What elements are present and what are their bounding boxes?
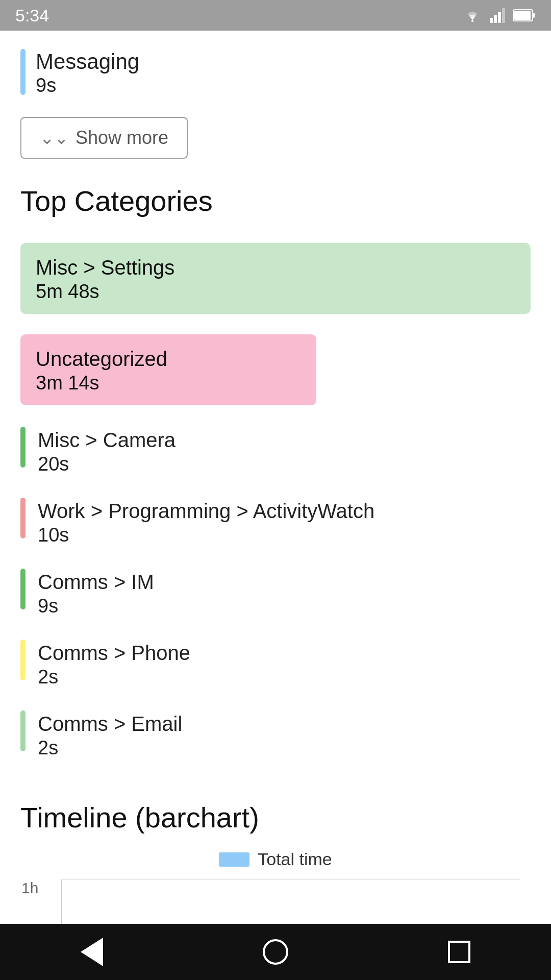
- signal-icon: [490, 8, 506, 23]
- categories-list: Misc > Settings 5m 48s Uncategorized 3m …: [20, 233, 531, 770]
- category-name: Comms > IM: [38, 569, 154, 595]
- list-item: Misc > Settings 5m 48s: [20, 233, 531, 324]
- back-icon: [81, 938, 103, 966]
- messaging-item: Messaging 9s: [20, 41, 531, 107]
- category-time: 5m 48s: [36, 281, 515, 303]
- status-bar: 5:34: [0, 0, 551, 31]
- timeline-title: Timeline (barchart): [20, 801, 531, 834]
- list-item: Work > Programming > ActivityWatch 10s: [20, 486, 531, 557]
- chevron-down-icon: ⌄⌄: [40, 128, 68, 148]
- category-bar-activitywatch: [20, 498, 26, 538]
- item-content: Comms > Phone 2s: [38, 640, 190, 688]
- recents-button[interactable]: [439, 932, 480, 972]
- category-time: 3m 14s: [36, 372, 301, 394]
- category-time: 2s: [38, 666, 190, 688]
- category-time: 9s: [38, 595, 154, 617]
- recents-icon: [448, 941, 470, 963]
- status-time: 5:34: [15, 6, 49, 26]
- item-content: Work > Programming > ActivityWatch 10s: [38, 498, 374, 546]
- category-name: Comms > Email: [38, 710, 182, 737]
- list-item: Misc > Camera 20s: [20, 415, 531, 486]
- list-item: Comms > IM 9s: [20, 557, 531, 628]
- category-name: Uncategorized: [36, 346, 301, 372]
- status-icons: [462, 8, 536, 23]
- main-content: Messaging 9s ⌄⌄ Show more Top Categories…: [0, 31, 551, 980]
- svg-rect-4: [502, 8, 505, 23]
- top-categories-section: Top Categories Misc > Settings 5m 48s Un…: [20, 184, 531, 770]
- category-name: Misc > Camera: [38, 427, 176, 453]
- y-axis-label: 1h: [21, 879, 38, 897]
- category-block-settings: Misc > Settings 5m 48s: [20, 243, 531, 314]
- legend-label: Total time: [258, 849, 332, 869]
- category-block-uncategorized: Uncategorized 3m 14s: [20, 334, 316, 405]
- svg-rect-1: [490, 18, 493, 23]
- svg-rect-6: [533, 13, 535, 18]
- home-icon: [263, 939, 288, 965]
- nav-bar: [0, 924, 551, 980]
- list-item: Uncategorized 3m 14s: [20, 324, 531, 415]
- category-bar-email: [20, 710, 26, 751]
- messaging-text: Messaging 9s: [36, 49, 139, 96]
- item-content: Misc > Camera 20s: [38, 427, 176, 475]
- battery-icon: [513, 9, 536, 22]
- svg-rect-2: [494, 15, 497, 23]
- svg-point-0: [471, 20, 473, 22]
- category-name: Work > Programming > ActivityWatch: [38, 498, 374, 524]
- svg-rect-3: [498, 12, 501, 23]
- messaging-name: Messaging: [36, 49, 139, 75]
- list-item: Comms > Phone 2s: [20, 628, 531, 699]
- timeline-legend: Total time: [20, 849, 531, 869]
- legend-color-box: [219, 852, 249, 867]
- category-time: 2s: [38, 737, 182, 759]
- back-button[interactable]: [71, 932, 112, 972]
- wifi-icon: [462, 8, 483, 23]
- item-content: Comms > IM 9s: [38, 569, 154, 617]
- messaging-time: 9s: [36, 75, 139, 96]
- item-content: Comms > Email 2s: [38, 710, 182, 759]
- category-time: 10s: [38, 524, 374, 546]
- top-categories-title: Top Categories: [20, 184, 531, 217]
- show-more-label: Show more: [76, 127, 168, 149]
- messaging-bar: [20, 49, 26, 95]
- category-name: Misc > Settings: [36, 254, 515, 281]
- category-bar-im: [20, 569, 26, 609]
- category-bar-phone: [20, 640, 26, 680]
- list-item: Comms > Email 2s: [20, 699, 531, 770]
- category-time: 20s: [38, 453, 176, 475]
- home-button[interactable]: [255, 932, 296, 972]
- show-more-button[interactable]: ⌄⌄ Show more: [20, 117, 188, 159]
- category-name: Comms > Phone: [38, 640, 190, 666]
- chart-gridline: [62, 879, 520, 880]
- category-bar-camera: [20, 427, 26, 468]
- svg-rect-7: [514, 11, 531, 20]
